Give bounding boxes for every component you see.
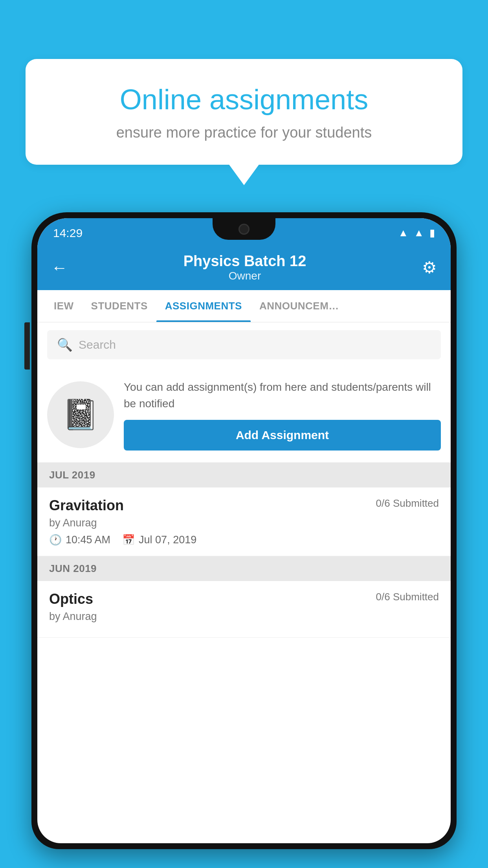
section-header-jul: JUL 2019 [37,463,451,487]
status-icons: ▲ ▲ ▮ [398,227,435,239]
signal-icon: ▲ [414,227,424,239]
back-button[interactable]: ← [51,259,68,276]
promo-icon-circle: 📓 [47,381,114,448]
assignment-item-gravitation[interactable]: Gravitation 0/6 Submitted by Anurag 🕐 10… [37,487,451,556]
tab-assignments[interactable]: ASSIGNMENTS [156,290,251,322]
notebook-icon: 📓 [62,397,99,432]
tab-students[interactable]: STUDENTS [83,290,156,322]
phone-notch [213,218,275,240]
optics-name: Optics [49,591,93,607]
search-container: 🔍 Search [37,322,451,367]
speech-bubble-subtitle: ensure more practice for your students [53,124,435,141]
status-time: 14:29 [53,226,83,240]
assignment-by: by Anurag [49,517,439,529]
header-title: Physics Batch 12 [183,253,306,270]
assignment-meta: 🕐 10:45 AM 📅 Jul 07, 2019 [49,534,439,546]
assignment-submitted: 0/6 Submitted [376,497,439,509]
camera [238,224,250,235]
section-header-jun: JUN 2019 [37,556,451,581]
assignment-item-optics[interactable]: Optics 0/6 Submitted by Anurag [37,581,451,638]
battery-icon: ▮ [429,227,435,239]
header-center: Physics Batch 12 Owner [183,253,306,282]
assignment-top: Gravitation 0/6 Submitted [49,497,439,514]
tab-announcements[interactable]: ANNOUNCEM… [251,290,348,322]
optics-submitted: 0/6 Submitted [376,591,439,603]
phone-inner: 14:29 ▲ ▲ ▮ ← Physics Batch 12 Owner ⚙ [37,218,451,843]
phone-container: 14:29 ▲ ▲ ▮ ← Physics Batch 12 Owner ⚙ [31,212,457,868]
assignment-date: 📅 Jul 07, 2019 [122,534,196,546]
tabs-bar: IEW STUDENTS ASSIGNMENTS ANNOUNCEM… [37,290,451,322]
clock-icon: 🕐 [49,534,62,546]
optics-by: by Anurag [49,611,439,623]
speech-bubble-container: Online assignments ensure more practice … [26,59,462,165]
search-placeholder: Search [79,338,116,351]
wifi-icon: ▲ [398,227,409,239]
calendar-icon: 📅 [122,534,135,546]
speech-bubble-title: Online assignments [53,83,435,116]
settings-icon[interactable]: ⚙ [422,258,437,277]
assignment-time: 🕐 10:45 AM [49,534,110,546]
app-header: ← Physics Batch 12 Owner ⚙ [37,246,451,290]
assignment-name: Gravitation [49,497,124,514]
optics-top: Optics 0/6 Submitted [49,591,439,607]
add-assignment-button[interactable]: Add Assignment [124,420,441,451]
speech-bubble: Online assignments ensure more practice … [26,59,462,165]
header-subtitle: Owner [183,270,306,282]
search-input-wrap[interactable]: 🔍 Search [47,330,441,359]
tab-iew[interactable]: IEW [45,290,83,322]
promo-right: You can add assignment(s) from here and … [124,379,441,451]
promo-text: You can add assignment(s) from here and … [124,379,441,412]
search-icon: 🔍 [57,337,73,352]
assignment-promo: 📓 You can add assignment(s) from here an… [37,367,451,463]
phone-outer: 14:29 ▲ ▲ ▮ ← Physics Batch 12 Owner ⚙ [31,212,457,849]
